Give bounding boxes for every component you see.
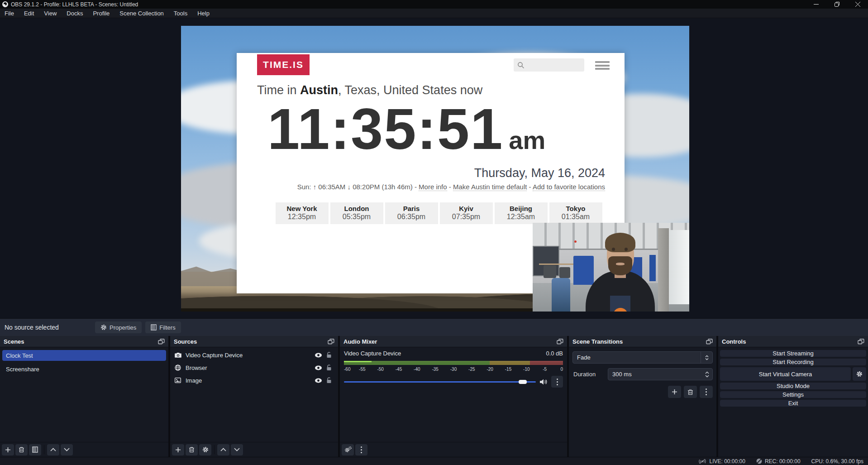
close-button[interactable] <box>847 0 868 9</box>
rec-timer: REC: 00:00:00 <box>765 458 801 465</box>
timeis-search-input[interactable] <box>514 58 584 72</box>
add-favorite-link[interactable]: Add to favorite locations <box>533 183 605 191</box>
scene-item-screenshare[interactable]: Screenshare <box>2 364 166 374</box>
current-date: Thursday, May 16, 2024 <box>237 166 625 180</box>
volume-slider[interactable] <box>344 379 536 385</box>
menu-scene-collection[interactable]: Scene Collection <box>114 9 169 18</box>
scenes-panel: Scenes Clock Test Screenshare <box>0 336 168 457</box>
world-clock-london[interactable]: London05:35pm <box>330 202 383 224</box>
studio-mode-button[interactable]: Studio Mode <box>720 383 866 389</box>
world-clock-paris[interactable]: Paris06:35pm <box>385 202 438 224</box>
webcam-overlay <box>533 223 689 312</box>
transition-select[interactable]: Fade <box>572 351 713 364</box>
source-status-text: No source selected <box>5 324 95 331</box>
scene-transitions-panel: Scene Transitions Fade Duration <box>569 336 716 457</box>
volume-slider-handle[interactable] <box>519 380 527 384</box>
virtual-camera-config-button[interactable] <box>853 367 866 381</box>
transition-menu-button[interactable] <box>700 386 713 398</box>
world-clock-kyiv[interactable]: Kyiv07:35pm <box>440 202 493 224</box>
filters-icon <box>151 324 157 331</box>
duration-label: Duration <box>572 371 608 378</box>
start-recording-button[interactable]: Start Recording <box>720 359 866 365</box>
world-clock-tokyo[interactable]: Tokyo01:35am <box>549 202 602 224</box>
trash-icon <box>189 446 195 453</box>
mixer-menu-button[interactable] <box>355 444 367 455</box>
combo-arrows-icon <box>701 352 712 363</box>
chevron-down-icon <box>64 448 70 451</box>
source-row-video-capture[interactable]: Video Capture Device <box>170 349 338 361</box>
spin-down-icon[interactable] <box>705 375 709 378</box>
visibility-eye-icon[interactable] <box>313 378 324 383</box>
menu-edit[interactable]: Edit <box>19 9 39 18</box>
kebab-icon <box>361 446 362 453</box>
world-clock-beijing[interactable]: Beijing12:35am <box>495 202 548 224</box>
advanced-audio-button[interactable] <box>342 444 354 455</box>
obs-window: OBS 29.1.2 - Profile: LLHLS BETA - Scene… <box>0 0 868 465</box>
scene-item-clock-test[interactable]: Clock Test <box>2 350 166 361</box>
menu-docks[interactable]: Docks <box>62 9 88 18</box>
move-scene-up-button[interactable] <box>47 444 59 455</box>
remove-source-button[interactable] <box>186 444 198 455</box>
volume-meter <box>344 361 563 365</box>
make-default-link[interactable]: Make Austin time default <box>453 183 527 191</box>
settings-button[interactable]: Settings <box>720 391 866 398</box>
more-info-link[interactable]: More info <box>419 183 447 191</box>
webcam-window <box>668 230 689 305</box>
duration-spinbox[interactable]: 300 ms <box>608 368 713 380</box>
webcam-chair <box>544 265 556 278</box>
visibility-eye-icon[interactable] <box>313 365 324 370</box>
properties-button[interactable]: Properties <box>95 321 142 333</box>
webcam-pillar <box>658 228 669 312</box>
source-properties-button[interactable] <box>199 444 211 455</box>
remove-transition-button[interactable] <box>684 386 697 398</box>
title-bar: OBS 29.1.2 - Profile: LLHLS BETA - Scene… <box>0 0 868 9</box>
controls-title: Controls <box>722 338 746 345</box>
program-preview[interactable]: TIME.IS Time in Austin, Texas, United St… <box>181 26 689 312</box>
minimize-button[interactable] <box>806 0 826 9</box>
remove-scene-button[interactable] <box>15 444 28 455</box>
lock-icon[interactable] <box>324 364 334 371</box>
menu-tools[interactable]: Tools <box>169 9 192 18</box>
popout-icon[interactable] <box>328 339 334 345</box>
start-virtual-camera-button[interactable]: Start Virtual Camera <box>720 367 851 381</box>
timeis-logo[interactable]: TIME.IS <box>257 54 310 75</box>
popout-icon[interactable] <box>557 339 563 345</box>
move-source-up-button[interactable] <box>217 444 229 455</box>
scene-filters-button[interactable] <box>29 444 41 455</box>
volume-meter-scale: -60 -55 -50 -45 -40 -35 -30 -25 -20 -15 … <box>344 366 563 373</box>
source-row-image[interactable]: Image <box>170 374 338 386</box>
move-scene-down-button[interactable] <box>61 444 73 455</box>
source-toolbar: No source selected Properties Filters <box>0 318 868 336</box>
world-clock-newyork[interactable]: New York12:35pm <box>276 202 329 224</box>
cpu-fps-stats: CPU: 0.6%, 30.00 fps <box>811 458 863 465</box>
move-source-down-button[interactable] <box>231 444 243 455</box>
add-source-button[interactable] <box>172 444 184 455</box>
add-transition-button[interactable] <box>668 386 681 398</box>
exit-button[interactable]: Exit <box>720 400 866 407</box>
chevron-up-icon <box>220 448 226 451</box>
source-row-browser[interactable]: Browser <box>170 362 338 374</box>
webcam-chair <box>559 267 570 278</box>
add-scene-button[interactable] <box>2 444 14 455</box>
scenes-title: Scenes <box>4 338 24 345</box>
filters-button[interactable]: Filters <box>145 321 181 333</box>
webcam-person <box>584 234 656 312</box>
popout-icon[interactable] <box>858 339 864 345</box>
restore-button[interactable] <box>826 0 847 9</box>
menu-profile[interactable]: Profile <box>88 9 114 18</box>
live-timer: LIVE: 00:00:00 <box>709 458 745 465</box>
menu-view[interactable]: View <box>39 9 62 18</box>
gear-icon <box>100 324 107 331</box>
popout-icon[interactable] <box>158 339 165 345</box>
menu-file[interactable]: File <box>0 9 19 18</box>
menu-help[interactable]: Help <box>192 9 215 18</box>
start-streaming-button[interactable]: Start Streaming <box>720 350 866 357</box>
lock-icon[interactable] <box>324 377 334 384</box>
visibility-eye-icon[interactable] <box>313 353 324 358</box>
hamburger-menu-icon[interactable] <box>595 61 610 70</box>
lock-icon[interactable] <box>324 352 334 358</box>
speaker-icon[interactable] <box>539 379 548 385</box>
popout-icon[interactable] <box>706 339 713 345</box>
spin-up-icon[interactable] <box>705 371 709 374</box>
mixer-channel-menu-button[interactable] <box>551 376 563 388</box>
